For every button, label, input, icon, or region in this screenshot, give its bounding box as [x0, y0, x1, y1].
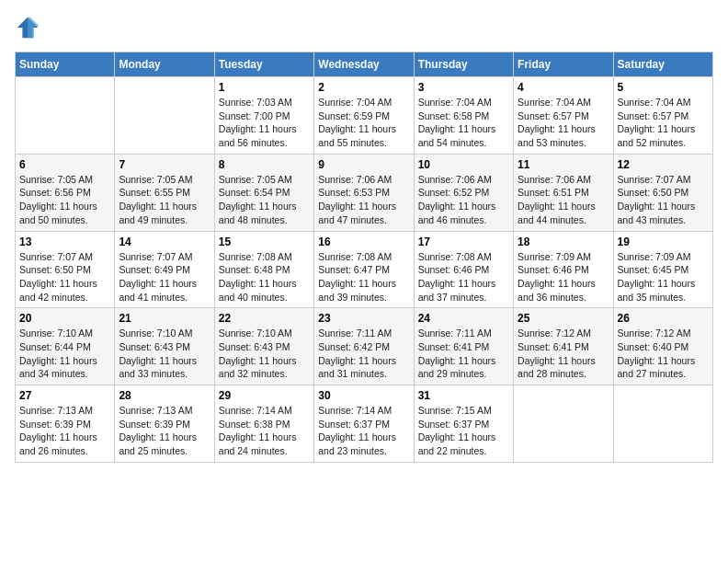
- day-number: 4: [518, 81, 609, 94]
- day-number: 30: [318, 389, 409, 402]
- page-header: [15, 15, 713, 40]
- calendar-cell: [16, 77, 115, 155]
- day-number: 25: [518, 312, 609, 325]
- calendar-cell: 9Sunrise: 7:06 AM Sunset: 6:53 PM Daylig…: [314, 154, 414, 231]
- weekday-header: Sunday: [16, 52, 115, 77]
- cell-info: Sunrise: 7:09 AM Sunset: 6:45 PM Dayligh…: [618, 250, 709, 304]
- day-number: 7: [119, 158, 210, 171]
- day-number: 14: [119, 236, 210, 248]
- calendar-week-row: 13Sunrise: 7:07 AM Sunset: 6:50 PM Dayli…: [16, 231, 713, 308]
- day-number: 16: [318, 236, 409, 248]
- calendar-cell: [514, 385, 613, 463]
- cell-info: Sunrise: 7:05 AM Sunset: 6:54 PM Dayligh…: [219, 173, 310, 227]
- day-number: 1: [219, 81, 310, 94]
- day-number: 24: [418, 312, 509, 325]
- cell-info: Sunrise: 7:08 AM Sunset: 6:47 PM Dayligh…: [318, 250, 409, 304]
- cell-info: Sunrise: 7:03 AM Sunset: 7:00 PM Dayligh…: [219, 96, 310, 150]
- day-number: 29: [219, 389, 310, 402]
- day-number: 13: [19, 236, 110, 248]
- cell-info: Sunrise: 7:05 AM Sunset: 6:55 PM Dayligh…: [119, 173, 210, 227]
- cell-info: Sunrise: 7:05 AM Sunset: 6:56 PM Dayligh…: [19, 173, 110, 227]
- day-number: 5: [618, 81, 709, 94]
- cell-info: Sunrise: 7:07 AM Sunset: 6:50 PM Dayligh…: [618, 173, 709, 227]
- cell-info: Sunrise: 7:15 AM Sunset: 6:37 PM Dayligh…: [418, 404, 509, 458]
- calendar-cell: 20Sunrise: 7:10 AM Sunset: 6:44 PM Dayli…: [16, 308, 115, 385]
- cell-info: Sunrise: 7:11 AM Sunset: 6:41 PM Dayligh…: [418, 327, 509, 381]
- calendar-cell: 11Sunrise: 7:06 AM Sunset: 6:51 PM Dayli…: [514, 154, 613, 231]
- cell-info: Sunrise: 7:07 AM Sunset: 6:49 PM Dayligh…: [119, 250, 210, 304]
- weekday-header: Friday: [514, 52, 613, 77]
- cell-info: Sunrise: 7:13 AM Sunset: 6:39 PM Dayligh…: [19, 404, 110, 458]
- day-number: 22: [219, 312, 310, 325]
- calendar-cell: 13Sunrise: 7:07 AM Sunset: 6:50 PM Dayli…: [16, 231, 115, 308]
- logo: [15, 15, 44, 40]
- calendar-cell: 10Sunrise: 7:06 AM Sunset: 6:52 PM Dayli…: [414, 154, 513, 231]
- cell-info: Sunrise: 7:12 AM Sunset: 6:40 PM Dayligh…: [618, 327, 709, 381]
- day-number: 10: [418, 158, 509, 171]
- day-number: 6: [19, 158, 110, 171]
- calendar-cell: 26Sunrise: 7:12 AM Sunset: 6:40 PM Dayli…: [613, 308, 712, 385]
- calendar-cell: [115, 77, 214, 155]
- calendar-cell: [613, 385, 712, 463]
- day-number: 27: [19, 389, 110, 402]
- calendar-cell: 7Sunrise: 7:05 AM Sunset: 6:55 PM Daylig…: [115, 154, 214, 231]
- cell-info: Sunrise: 7:11 AM Sunset: 6:42 PM Dayligh…: [318, 327, 409, 381]
- calendar-cell: 21Sunrise: 7:10 AM Sunset: 6:43 PM Dayli…: [115, 308, 214, 385]
- calendar-cell: 18Sunrise: 7:09 AM Sunset: 6:46 PM Dayli…: [514, 231, 613, 308]
- day-number: 11: [518, 158, 609, 171]
- cell-info: Sunrise: 7:04 AM Sunset: 6:57 PM Dayligh…: [618, 96, 709, 150]
- calendar-cell: 27Sunrise: 7:13 AM Sunset: 6:39 PM Dayli…: [16, 385, 115, 463]
- weekday-header: Tuesday: [214, 52, 313, 77]
- cell-info: Sunrise: 7:10 AM Sunset: 6:43 PM Dayligh…: [219, 327, 310, 381]
- calendar-cell: 6Sunrise: 7:05 AM Sunset: 6:56 PM Daylig…: [16, 154, 115, 231]
- cell-info: Sunrise: 7:13 AM Sunset: 6:39 PM Dayligh…: [119, 404, 210, 458]
- day-number: 18: [518, 236, 609, 248]
- calendar-week-row: 6Sunrise: 7:05 AM Sunset: 6:56 PM Daylig…: [16, 154, 713, 231]
- calendar-cell: 24Sunrise: 7:11 AM Sunset: 6:41 PM Dayli…: [414, 308, 513, 385]
- cell-info: Sunrise: 7:06 AM Sunset: 6:53 PM Dayligh…: [318, 173, 409, 227]
- calendar-week-row: 20Sunrise: 7:10 AM Sunset: 6:44 PM Dayli…: [16, 308, 713, 385]
- calendar-table: SundayMondayTuesdayWednesdayThursdayFrid…: [15, 52, 713, 463]
- day-number: 23: [318, 312, 409, 325]
- day-number: 26: [618, 312, 709, 325]
- day-number: 17: [418, 236, 509, 248]
- calendar-cell: 1Sunrise: 7:03 AM Sunset: 7:00 PM Daylig…: [214, 77, 313, 155]
- calendar-week-row: 1Sunrise: 7:03 AM Sunset: 7:00 PM Daylig…: [16, 77, 713, 155]
- calendar-cell: 22Sunrise: 7:10 AM Sunset: 6:43 PM Dayli…: [214, 308, 313, 385]
- cell-info: Sunrise: 7:06 AM Sunset: 6:52 PM Dayligh…: [418, 173, 509, 227]
- day-number: 3: [418, 81, 509, 94]
- day-number: 12: [618, 158, 709, 171]
- cell-info: Sunrise: 7:07 AM Sunset: 6:50 PM Dayligh…: [19, 250, 110, 304]
- cell-info: Sunrise: 7:04 AM Sunset: 6:58 PM Dayligh…: [418, 96, 509, 150]
- day-number: 31: [418, 389, 509, 402]
- calendar-week-row: 27Sunrise: 7:13 AM Sunset: 6:39 PM Dayli…: [16, 385, 713, 463]
- cell-info: Sunrise: 7:10 AM Sunset: 6:44 PM Dayligh…: [19, 327, 110, 381]
- day-number: 9: [318, 158, 409, 171]
- calendar-cell: 5Sunrise: 7:04 AM Sunset: 6:57 PM Daylig…: [613, 77, 712, 155]
- weekday-header: Wednesday: [314, 52, 414, 77]
- calendar-cell: 12Sunrise: 7:07 AM Sunset: 6:50 PM Dayli…: [613, 154, 712, 231]
- cell-info: Sunrise: 7:14 AM Sunset: 6:38 PM Dayligh…: [219, 404, 310, 458]
- cell-info: Sunrise: 7:06 AM Sunset: 6:51 PM Dayligh…: [518, 173, 609, 227]
- day-number: 28: [119, 389, 210, 402]
- calendar-cell: 19Sunrise: 7:09 AM Sunset: 6:45 PM Dayli…: [613, 231, 712, 308]
- cell-info: Sunrise: 7:04 AM Sunset: 6:59 PM Dayligh…: [318, 96, 409, 150]
- day-number: 15: [219, 236, 310, 248]
- calendar-cell: 17Sunrise: 7:08 AM Sunset: 6:46 PM Dayli…: [414, 231, 513, 308]
- weekday-header: Thursday: [414, 52, 513, 77]
- calendar-cell: 29Sunrise: 7:14 AM Sunset: 6:38 PM Dayli…: [214, 385, 313, 463]
- calendar-cell: 3Sunrise: 7:04 AM Sunset: 6:58 PM Daylig…: [414, 77, 513, 155]
- calendar-cell: 31Sunrise: 7:15 AM Sunset: 6:37 PM Dayli…: [414, 385, 513, 463]
- calendar-cell: 28Sunrise: 7:13 AM Sunset: 6:39 PM Dayli…: [115, 385, 214, 463]
- cell-info: Sunrise: 7:08 AM Sunset: 6:46 PM Dayligh…: [418, 250, 509, 304]
- cell-info: Sunrise: 7:14 AM Sunset: 6:37 PM Dayligh…: [318, 404, 409, 458]
- calendar-cell: 23Sunrise: 7:11 AM Sunset: 6:42 PM Dayli…: [314, 308, 414, 385]
- calendar-cell: 8Sunrise: 7:05 AM Sunset: 6:54 PM Daylig…: [214, 154, 313, 231]
- calendar-header-row: SundayMondayTuesdayWednesdayThursdayFrid…: [16, 52, 713, 77]
- cell-info: Sunrise: 7:04 AM Sunset: 6:57 PM Dayligh…: [518, 96, 609, 150]
- calendar-cell: 16Sunrise: 7:08 AM Sunset: 6:47 PM Dayli…: [314, 231, 414, 308]
- logo-icon: [15, 15, 40, 40]
- day-number: 2: [318, 81, 409, 94]
- cell-info: Sunrise: 7:08 AM Sunset: 6:48 PM Dayligh…: [219, 250, 310, 304]
- calendar-cell: 4Sunrise: 7:04 AM Sunset: 6:57 PM Daylig…: [514, 77, 613, 155]
